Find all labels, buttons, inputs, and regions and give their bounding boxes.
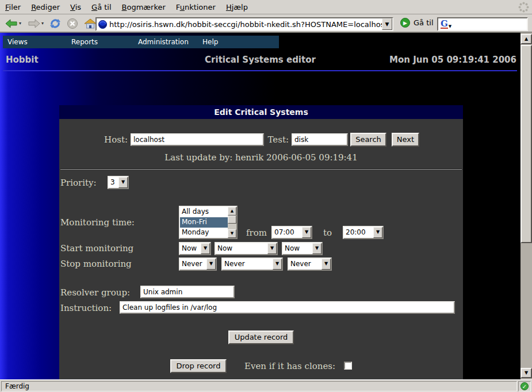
select-arrow-icon[interactable]: ▼ [201, 243, 210, 254]
from-time-select[interactable]: 07:00▼ [271, 226, 312, 239]
go-label: Gå til [414, 18, 434, 27]
start-select-3[interactable]: Now▼ [282, 242, 323, 255]
nav-reports[interactable]: Reports [71, 38, 98, 46]
go-icon: ▶ [400, 18, 410, 28]
listbox-scrollbar[interactable]: ▲ ▼ [228, 207, 236, 238]
select-arrow-icon[interactable]: ▼ [206, 259, 216, 270]
edit-form-panel: Edit Critical Systems Host: localhost Te… [59, 105, 463, 379]
stop-button[interactable] [66, 17, 79, 30]
test-input[interactable]: disk [292, 133, 348, 146]
scroll-down-icon[interactable]: ▼ [228, 229, 236, 238]
listbox-scroll-thumb[interactable] [228, 216, 236, 224]
throbber-icon [518, 1, 530, 13]
search-input[interactable]: G ▼ [437, 17, 528, 31]
search-button[interactable]: Search [350, 133, 386, 147]
select-arrow-icon[interactable]: ▼ [273, 259, 282, 270]
start-monitoring-label: Start monitoring [60, 243, 133, 253]
site-nav-bar: Views Reports Administration Help [3, 36, 279, 48]
green-check-icon: ✓ [520, 382, 529, 390]
update-record-button[interactable]: Update record [228, 330, 294, 344]
stop-icon [67, 18, 78, 29]
site-globe-icon [98, 20, 107, 29]
search-engine-dropdown-icon[interactable]: ▼ [449, 24, 451, 29]
instruction-input[interactable]: Clean up logfiles in /var/log [120, 301, 455, 314]
google-icon: G [441, 20, 448, 29]
test-label: Test: [264, 134, 289, 145]
clones-label: Even if it has clones: [244, 361, 335, 371]
menu-help[interactable]: Hjælp [221, 1, 253, 13]
navigation-toolbar: ▾ ▾ [0, 15, 532, 33]
address-dropdown-icon[interactable]: ▼ [382, 18, 392, 30]
menu-bookmarks[interactable]: Bogmærker [117, 1, 171, 13]
clones-checkbox[interactable] [344, 362, 352, 370]
monitoring-days-listbox[interactable]: All days Mon-Fri Monday ▲ ▼ [179, 206, 238, 239]
scrollbar-up-icon[interactable]: ▲ [520, 34, 532, 44]
scrollbar-down-icon[interactable]: ▼ [520, 368, 532, 378]
forward-dropdown-icon[interactable]: ▾ [41, 21, 44, 26]
forward-button[interactable]: ▾ [26, 17, 45, 30]
nav-administration[interactable]: Administration [138, 38, 189, 46]
select-arrow-icon[interactable]: ▼ [118, 177, 128, 188]
reload-button[interactable] [48, 17, 62, 30]
resolver-group-label: Resolver group: [60, 287, 130, 298]
scroll-up-icon[interactable]: ▲ [228, 207, 236, 216]
start-select-2[interactable]: Now▼ [215, 242, 278, 255]
nav-help[interactable]: Help [202, 38, 218, 46]
form-title: Edit Critical Systems [59, 105, 463, 119]
select-arrow-icon[interactable]: ▼ [373, 227, 382, 238]
menu-edit[interactable]: Rediger [26, 1, 65, 13]
menu-bar: Filer Rediger Vis Gå til Bogmærker Funkt… [0, 0, 532, 14]
forward-icon [27, 18, 41, 29]
section-divider [60, 168, 462, 170]
status-bar: Færdig ✓ [0, 379, 532, 392]
select-arrow-icon[interactable]: ▼ [322, 259, 331, 270]
back-icon [5, 18, 18, 29]
back-dropdown-icon[interactable]: ▾ [19, 21, 21, 26]
select-arrow-icon[interactable]: ▼ [302, 227, 311, 238]
page-viewport: Views Reports Administration Help Hobbit… [0, 33, 520, 379]
from-label: from [246, 228, 267, 238]
menu-go[interactable]: Gå til [86, 1, 117, 13]
listbox-option-monday[interactable]: Monday [180, 228, 228, 238]
browser-window: Filer Rediger Vis Gå til Bogmærker Funkt… [0, 0, 532, 392]
host-input[interactable]: localhost [131, 133, 264, 146]
nav-views[interactable]: Views [7, 38, 28, 46]
home-icon [84, 18, 97, 29]
priority-label: Priority: [60, 178, 97, 188]
address-bar[interactable]: http://osiris.hswn.dk/hobbit-seccgi/hobb… [95, 17, 393, 31]
host-label: Host: [59, 134, 128, 145]
menu-view[interactable]: Vis [65, 1, 86, 13]
menu-file[interactable]: Filer [0, 1, 26, 13]
next-button[interactable]: Next [392, 133, 419, 147]
header-divider [3, 70, 517, 71]
address-url[interactable]: http://osiris.hswn.dk/hobbit-seccgi/hobb… [109, 20, 388, 29]
status-text: Færdig [1, 381, 517, 391]
select-arrow-icon[interactable]: ▼ [312, 243, 322, 254]
stop-monitoring-label: Stop monitoring [60, 259, 132, 269]
reload-icon [49, 18, 61, 29]
drop-record-button[interactable]: Drop record [170, 359, 227, 373]
stop-select-2[interactable]: Never▼ [221, 258, 283, 271]
select-arrow-icon[interactable]: ▼ [267, 243, 277, 254]
vertical-scrollbar[interactable]: ▲ ▼ [520, 33, 532, 379]
instruction-label: Instruction: [60, 303, 112, 313]
listbox-option-mon-fri[interactable]: Mon-Fri [180, 217, 228, 228]
start-select-1[interactable]: Now▼ [179, 242, 211, 255]
to-label: to [323, 228, 332, 238]
to-time-select[interactable]: 20:00▼ [343, 226, 384, 239]
go-button[interactable]: ▶ Gå til [400, 18, 434, 28]
page-datetime: Mon Jun 05 09:19:41 2006 [389, 55, 516, 65]
priority-select[interactable]: 3▼ [108, 176, 129, 189]
stop-select-3[interactable]: Never▼ [288, 258, 332, 271]
listbox-option-all-days[interactable]: All days [180, 207, 228, 217]
security-status-cell: ✓ [518, 381, 531, 391]
scrollbar-thumb[interactable] [520, 45, 532, 243]
form-body: Host: localhost Test: disk Search Next L… [59, 119, 463, 379]
menu-tools[interactable]: Funktioner [171, 1, 221, 13]
last-update-text: Last update by: henrik 2006-06-05 09:19:… [59, 152, 463, 163]
resolver-group-input[interactable]: Unix admin [140, 286, 235, 298]
monitoring-time-label: Monitoring time: [60, 217, 135, 228]
stop-select-1[interactable]: Never▼ [179, 258, 217, 271]
back-button[interactable]: ▾ [3, 17, 22, 30]
